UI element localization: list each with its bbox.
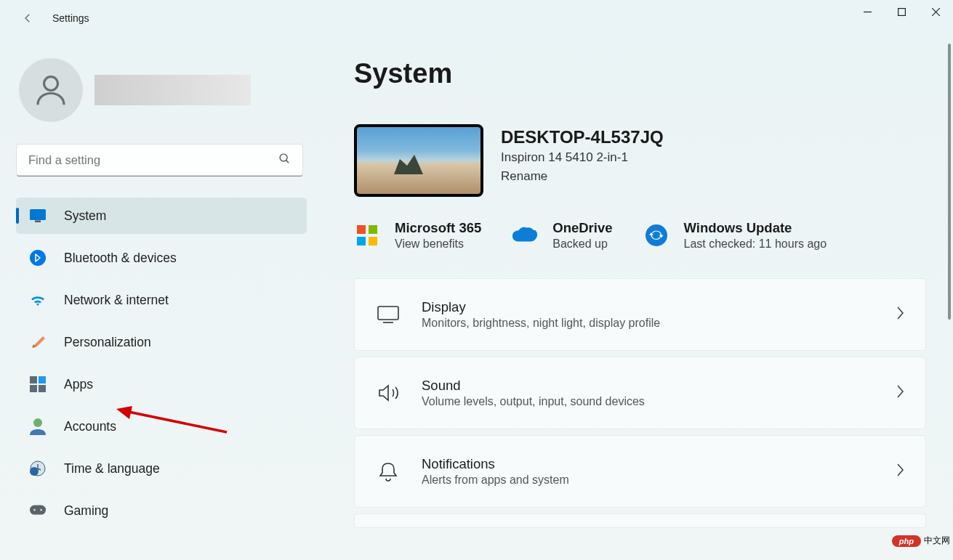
title-bar: Settings bbox=[0, 0, 953, 36]
card-title: Sound bbox=[422, 378, 874, 394]
status-row: Microsoft 365 View benefits OneDrive Bac… bbox=[354, 220, 931, 251]
display-icon bbox=[375, 301, 401, 328]
chevron-right-icon bbox=[895, 384, 905, 402]
apps-icon bbox=[29, 376, 47, 393]
m365-icon bbox=[354, 222, 380, 248]
status-item-m365[interactable]: Microsoft 365 View benefits bbox=[354, 220, 481, 251]
svg-rect-10 bbox=[30, 376, 37, 384]
svg-rect-21 bbox=[369, 225, 377, 234]
status-title: Windows Update bbox=[684, 220, 827, 236]
sidebar-item-label: Bluetooth & devices bbox=[64, 251, 177, 266]
svg-point-16 bbox=[30, 467, 39, 476]
svg-point-18 bbox=[33, 509, 36, 511]
sidebar-item-label: Accounts bbox=[64, 419, 116, 434]
minimize-button[interactable] bbox=[851, 0, 885, 23]
sidebar-item-time-language[interactable]: Time & language bbox=[16, 450, 307, 487]
card-sub: Volume levels, output, input, sound devi… bbox=[422, 395, 874, 408]
svg-rect-13 bbox=[39, 385, 46, 392]
display-icon bbox=[29, 207, 47, 224]
device-row: DESKTOP-4L537JQ Inspiron 14 5410 2-in-1 … bbox=[354, 124, 931, 197]
card-title: Notifications bbox=[422, 456, 874, 472]
avatar bbox=[19, 58, 83, 122]
svg-rect-12 bbox=[30, 385, 37, 392]
app-title: Settings bbox=[52, 12, 89, 24]
svg-point-19 bbox=[40, 509, 42, 511]
clock-icon bbox=[29, 460, 47, 477]
svg-rect-22 bbox=[357, 237, 366, 245]
watermark: php 中文网 bbox=[892, 535, 950, 547]
sidebar-item-system[interactable]: System bbox=[16, 198, 307, 234]
status-title: OneDrive bbox=[552, 220, 612, 236]
device-name: DESKTOP-4L537JQ bbox=[501, 127, 664, 147]
wifi-icon bbox=[29, 291, 47, 309]
sidebar-item-label: Gaming bbox=[64, 503, 108, 519]
sidebar-item-label: Time & language bbox=[64, 461, 160, 476]
svg-rect-20 bbox=[357, 225, 366, 234]
svg-point-24 bbox=[646, 224, 667, 246]
profile-block[interactable] bbox=[19, 58, 306, 122]
person-icon bbox=[29, 418, 47, 435]
sidebar-item-label: System bbox=[64, 208, 106, 224]
svg-rect-8 bbox=[35, 221, 41, 223]
back-button[interactable] bbox=[16, 7, 39, 30]
watermark-text: 中文网 bbox=[924, 535, 950, 547]
card-sound[interactable]: Sound Volume levels, output, input, soun… bbox=[354, 357, 926, 429]
sidebar-item-apps[interactable]: Apps bbox=[16, 366, 307, 402]
main-content: System DESKTOP-4L537JQ Inspiron 14 5410 … bbox=[322, 36, 953, 560]
svg-rect-23 bbox=[369, 237, 377, 245]
scrollbar-thumb[interactable] bbox=[948, 44, 951, 320]
svg-rect-1 bbox=[898, 8, 906, 15]
search-box[interactable] bbox=[16, 144, 303, 176]
svg-line-6 bbox=[286, 160, 289, 163]
watermark-badge: php bbox=[892, 535, 921, 547]
update-icon bbox=[643, 222, 669, 248]
card-sub: Alerts from apps and system bbox=[422, 474, 874, 487]
sidebar-item-label: Personalization bbox=[64, 335, 151, 350]
card-title: Display bbox=[422, 299, 874, 315]
sidebar-item-label: Apps bbox=[64, 377, 93, 392]
card-partial[interactable] bbox=[354, 514, 926, 528]
paint-icon bbox=[29, 333, 47, 351]
svg-point-9 bbox=[30, 250, 46, 266]
desktop-thumbnail[interactable] bbox=[354, 124, 483, 197]
card-notifications[interactable]: Notifications Alerts from apps and syste… bbox=[354, 435, 926, 508]
sidebar-item-gaming[interactable]: Gaming bbox=[16, 492, 307, 529]
sidebar-item-bluetooth[interactable]: Bluetooth & devices bbox=[16, 240, 307, 276]
sidebar-item-personalization[interactable]: Personalization bbox=[16, 324, 307, 360]
status-sub: View benefits bbox=[395, 238, 481, 251]
chevron-right-icon bbox=[895, 462, 905, 481]
card-sub: Monitors, brightness, night light, displ… bbox=[422, 317, 874, 330]
bell-icon bbox=[375, 458, 401, 484]
bluetooth-icon bbox=[29, 249, 47, 267]
sidebar-item-network[interactable]: Network & internet bbox=[16, 282, 307, 318]
status-sub: Backed up bbox=[552, 238, 612, 251]
close-button[interactable] bbox=[919, 0, 953, 23]
profile-name-placeholder bbox=[95, 75, 251, 105]
rename-link[interactable]: Rename bbox=[501, 169, 664, 184]
page-title: System bbox=[354, 58, 931, 89]
sidebar-item-accounts[interactable]: Accounts bbox=[16, 408, 307, 445]
svg-point-5 bbox=[280, 154, 287, 161]
settings-cards: Display Monitors, brightness, night ligh… bbox=[354, 278, 926, 528]
search-icon bbox=[278, 153, 291, 168]
chevron-right-icon bbox=[895, 305, 905, 324]
device-info: DESKTOP-4L537JQ Inspiron 14 5410 2-in-1 … bbox=[501, 124, 664, 184]
device-model: Inspiron 14 5410 2-in-1 bbox=[501, 150, 664, 165]
nav-list: System Bluetooth & devices Network & int… bbox=[16, 198, 307, 529]
svg-rect-7 bbox=[30, 209, 46, 220]
svg-point-14 bbox=[33, 418, 42, 427]
status-title: Microsoft 365 bbox=[395, 220, 481, 236]
window-controls bbox=[851, 0, 953, 23]
gamepad-icon bbox=[29, 502, 47, 519]
maximize-button[interactable] bbox=[885, 0, 919, 23]
status-sub: Last checked: 11 hours ago bbox=[684, 238, 827, 251]
svg-point-4 bbox=[44, 77, 58, 91]
sidebar-item-label: Network & internet bbox=[64, 293, 169, 308]
svg-rect-25 bbox=[378, 307, 398, 320]
card-display[interactable]: Display Monitors, brightness, night ligh… bbox=[354, 278, 926, 351]
status-item-onedrive[interactable]: OneDrive Backed up bbox=[512, 220, 612, 251]
search-input[interactable] bbox=[28, 153, 278, 167]
onedrive-icon bbox=[512, 222, 538, 248]
status-item-windows-update[interactable]: Windows Update Last checked: 11 hours ag… bbox=[643, 220, 827, 251]
sound-icon bbox=[375, 380, 401, 406]
